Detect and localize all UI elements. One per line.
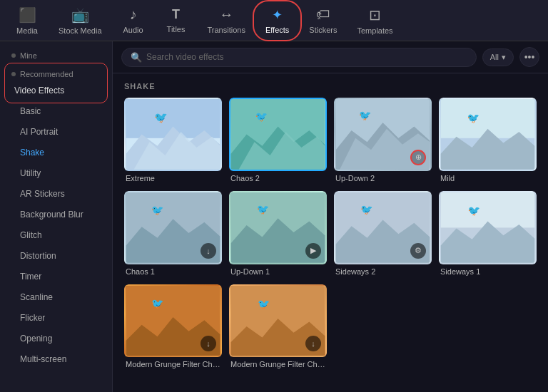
nav-item-audio[interactable]: ♪ Audio bbox=[112, 2, 155, 38]
nav-label-templates: Templates bbox=[357, 26, 392, 35]
sidebar: Mine Recommended Video Effects Basic AI … bbox=[0, 41, 113, 392]
sidebar-item-background-blur[interactable]: Background Blur bbox=[3, 205, 109, 225]
effect-thumb-sideways2: 🐦 ⚙ bbox=[334, 191, 432, 264]
chevron-down-icon: ▾ bbox=[502, 53, 506, 62]
search-input[interactable] bbox=[146, 52, 467, 62]
sidebar-item-timer[interactable]: Timer bbox=[3, 267, 109, 287]
download-icon[interactable]: ↓ bbox=[201, 243, 216, 259]
effect-thumb-updown2: 🐦 ⊕ bbox=[334, 98, 432, 171]
effect-thumb-modern-grunge1: 🐦 ↓ bbox=[124, 284, 222, 358]
sidebar-recommended-section: Recommended bbox=[0, 66, 112, 80]
effect-card-mild[interactable]: 🐦 Mild bbox=[439, 98, 537, 184]
effect-label-sideways2: Sideways 2 bbox=[334, 264, 432, 277]
sidebar-item-utility[interactable]: Utility bbox=[3, 163, 109, 183]
search-input-wrap[interactable]: 🔍 bbox=[121, 48, 477, 67]
add-to-timeline-icon[interactable]: ⊕ bbox=[410, 150, 426, 165]
sidebar-item-opening[interactable]: Opening bbox=[3, 329, 109, 349]
effects-icon: ✦ bbox=[272, 7, 283, 23]
audio-icon: ♪ bbox=[130, 6, 137, 23]
main-layout: Mine Recommended Video Effects Basic AI … bbox=[0, 41, 548, 392]
effect-label-modern-grunge2: Modern Grunge Filter Chan... bbox=[229, 357, 327, 370]
effect-label-modern-grunge1: Modern Grunge Filter Chan... bbox=[124, 357, 222, 370]
mine-dot bbox=[11, 53, 16, 58]
sidebar-item-scanline[interactable]: Scanline bbox=[3, 287, 109, 307]
nav-label-effects: Effects bbox=[265, 26, 289, 34]
nav-item-media[interactable]: ⬛ Media bbox=[6, 2, 49, 39]
effect-thumb-extreme: 🐦 bbox=[124, 98, 222, 171]
nav-item-titles[interactable]: T Titles bbox=[155, 3, 198, 38]
search-icon: 🔍 bbox=[131, 52, 142, 63]
search-bar: 🔍 All ▾ ••• bbox=[113, 41, 548, 73]
effect-thumb-sideways1: 🐦 bbox=[439, 191, 537, 264]
effect-label-chaos1: Chaos 1 bbox=[124, 264, 222, 277]
more-icon: ••• bbox=[524, 51, 535, 63]
templates-icon: ⊡ bbox=[369, 6, 381, 24]
nav-item-transitions[interactable]: ↔ Transitions bbox=[198, 2, 255, 38]
stickers-icon: 🏷 bbox=[316, 6, 330, 23]
effect-thumb-chaos2: 🐦 bbox=[229, 98, 327, 171]
effect-thumb-updown1: 🐦 ▶ bbox=[229, 191, 327, 264]
filter-label: All bbox=[490, 53, 499, 61]
effect-label-extreme: Extreme bbox=[124, 171, 222, 184]
nav-item-templates[interactable]: ⊡ Templates bbox=[347, 2, 402, 39]
settings-icon[interactable]: ⚙ bbox=[410, 243, 426, 259]
titles-icon: T bbox=[172, 7, 180, 22]
sidebar-item-multi-screen[interactable]: Multi-screen bbox=[3, 349, 109, 369]
effects-grid: 🐦 Extreme 🐦 Chaos 2 bbox=[124, 98, 537, 370]
play-icon[interactable]: ▶ bbox=[305, 243, 321, 259]
sidebar-recommended-label: Recommended bbox=[20, 70, 73, 78]
filter-dropdown[interactable]: All ▾ bbox=[482, 48, 514, 66]
sidebar-recommended-group: Recommended Video Effects bbox=[0, 66, 112, 100]
effect-card-modern-grunge1[interactable]: 🐦 ↓ Modern Grunge Filter Chan... bbox=[124, 284, 222, 371]
effect-card-sideways1[interactable]: 🐦 Sideways 1 bbox=[439, 191, 537, 277]
sidebar-mine-section: Mine bbox=[0, 47, 112, 61]
effect-thumb-chaos1: 🐦 ↓ bbox=[124, 191, 222, 264]
effect-card-chaos2[interactable]: 🐦 Chaos 2 bbox=[229, 98, 327, 184]
effect-label-mild: Mild bbox=[439, 171, 537, 184]
nav-label-audio: Audio bbox=[123, 26, 143, 34]
effect-card-extreme[interactable]: 🐦 Extreme bbox=[124, 98, 222, 184]
effect-card-updown2[interactable]: 🐦 ⊕ Up-Down 2 bbox=[334, 98, 432, 184]
media-icon: ⬛ bbox=[19, 6, 36, 24]
sidebar-item-glitch[interactable]: Glitch bbox=[3, 225, 109, 245]
nav-label-titles: Titles bbox=[167, 25, 186, 33]
nav-label-media: Media bbox=[16, 26, 38, 35]
effects-grid-area: SHAKE 🐦 Extreme bbox=[113, 73, 548, 392]
sidebar-item-shake[interactable]: Shake bbox=[3, 143, 109, 163]
recommended-dot bbox=[11, 72, 16, 76]
effect-card-updown1[interactable]: 🐦 ▶ Up-Down 1 bbox=[229, 191, 327, 277]
sidebar-item-ai-portrait[interactable]: AI Portrait bbox=[3, 122, 109, 142]
nav-item-effects[interactable]: ✦ Effects bbox=[255, 3, 299, 38]
content-area: 🔍 All ▾ ••• SHAKE bbox=[113, 41, 548, 392]
nav-label-transitions: Transitions bbox=[208, 26, 245, 34]
effect-thumb-modern-grunge2: 🐦 ↓ bbox=[229, 284, 327, 358]
effect-card-chaos1[interactable]: 🐦 ↓ Chaos 1 bbox=[124, 191, 222, 277]
sidebar-mine-label: Mine bbox=[20, 51, 37, 60]
sidebar-item-basic[interactable]: Basic bbox=[3, 101, 109, 121]
effect-label-updown2: Up-Down 2 bbox=[334, 171, 432, 184]
effect-thumb-mild: 🐦 bbox=[439, 98, 537, 171]
nav-item-stickers[interactable]: 🏷 Stickers bbox=[299, 2, 347, 38]
effect-card-sideways2[interactable]: 🐦 ⚙ Sideways 2 bbox=[334, 191, 432, 277]
sidebar-item-ar-stickers[interactable]: AR Stickers bbox=[3, 184, 109, 204]
nav-item-stock-media[interactable]: 📺 Stock Media bbox=[49, 2, 112, 39]
sidebar-item-flicker[interactable]: Flicker bbox=[3, 308, 109, 328]
more-options-button[interactable]: ••• bbox=[519, 47, 539, 67]
nav-label-stock-media: Stock Media bbox=[59, 26, 102, 35]
transitions-icon: ↔ bbox=[219, 6, 233, 23]
effect-label-updown1: Up-Down 1 bbox=[229, 264, 327, 277]
top-nav: ⬛ Media 📺 Stock Media ♪ Audio T Titles ↔… bbox=[0, 0, 548, 41]
stock-media-icon: 📺 bbox=[71, 6, 89, 24]
effect-label-chaos2: Chaos 2 bbox=[229, 171, 327, 184]
effect-label-sideways1: Sideways 1 bbox=[439, 264, 537, 277]
shake-section-title: SHAKE bbox=[124, 82, 537, 91]
nav-label-stickers: Stickers bbox=[309, 26, 337, 34]
sidebar-item-video-effects[interactable]: Video Effects bbox=[3, 81, 109, 100]
sidebar-item-distortion[interactable]: Distortion bbox=[3, 246, 109, 266]
effect-card-modern-grunge2[interactable]: 🐦 ↓ Modern Grunge Filter Chan... bbox=[229, 284, 327, 371]
